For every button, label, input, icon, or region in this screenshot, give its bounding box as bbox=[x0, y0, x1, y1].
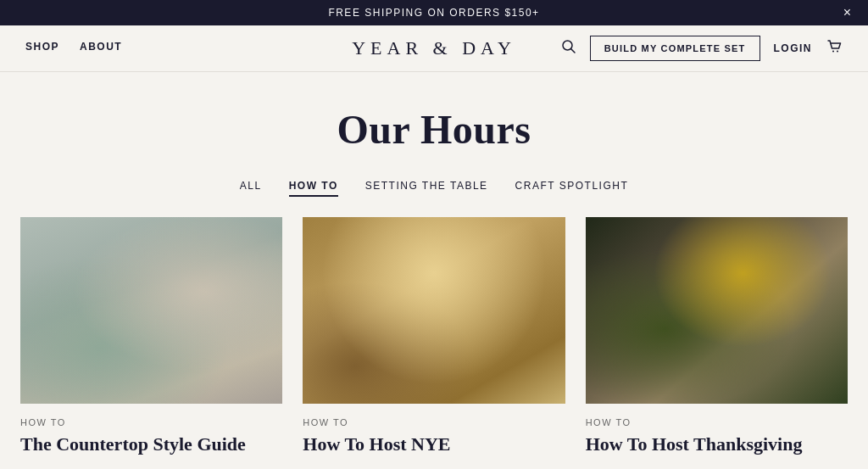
nav-shop-link[interactable]: SHOP bbox=[25, 41, 59, 56]
article-category: HOW TO bbox=[20, 417, 282, 427]
article-card: HOW TO How To Host Thanksgiving Thanksgi… bbox=[586, 217, 848, 469]
page-header: Our Hours bbox=[0, 72, 868, 170]
tab-craft-spotlight[interactable]: CRAFT SPOTLIGHT bbox=[515, 180, 629, 197]
tab-how-to[interactable]: HOW TO bbox=[289, 180, 338, 197]
svg-point-3 bbox=[837, 50, 838, 52]
article-category: HOW TO bbox=[303, 417, 565, 427]
article-category: HOW TO bbox=[586, 417, 848, 427]
search-icon[interactable] bbox=[561, 39, 576, 59]
tab-all[interactable]: ALL bbox=[240, 180, 262, 197]
tab-setting-the-table[interactable]: SETTING THE TABLE bbox=[365, 180, 488, 197]
announcement-bar: FREE SHIPPING ON ORDERS $150+ × bbox=[0, 0, 868, 25]
nav-logo-container: YEAR & DAY bbox=[352, 37, 516, 59]
filter-tabs: ALL HOW TO SETTING THE TABLE CRAFT SPOTL… bbox=[0, 170, 868, 217]
article-image bbox=[20, 217, 282, 404]
article-title: The Countertop Style Guide bbox=[20, 433, 282, 457]
nav-about-link[interactable]: AbouT bbox=[80, 41, 122, 56]
articles-grid: HOW TO The Countertop Style Guide We bel… bbox=[0, 217, 868, 469]
article-title: How To Host Thanksgiving bbox=[586, 433, 848, 457]
article-image bbox=[586, 217, 848, 404]
article-excerpt: We love that NYE is more party, less sit… bbox=[303, 466, 565, 469]
article-excerpt: Thanksgiving is all about the food. But … bbox=[586, 466, 848, 469]
svg-line-1 bbox=[570, 48, 575, 53]
announcement-text: FREE SHIPPING ON ORDERS $150+ bbox=[328, 7, 539, 19]
svg-point-2 bbox=[832, 50, 834, 52]
login-link[interactable]: LOGIN bbox=[774, 42, 813, 54]
site-logo[interactable]: YEAR & DAY bbox=[352, 37, 516, 59]
article-title: How To Host NYE bbox=[303, 433, 565, 457]
nav-right: BUILD MY COMPLETE SET LOGIN bbox=[561, 36, 843, 61]
page-title: Our Hours bbox=[17, 106, 851, 153]
article-image bbox=[303, 217, 565, 404]
cart-icon[interactable] bbox=[826, 38, 843, 59]
article-card: HOW TO How To Host NYE We love that NYE … bbox=[303, 217, 565, 469]
main-nav: SHOP AbouT YEAR & DAY BUILD MY COMPLETE … bbox=[0, 25, 868, 72]
announcement-close-button[interactable]: × bbox=[843, 5, 851, 20]
article-card: HOW TO The Countertop Style Guide We bel… bbox=[20, 217, 282, 469]
nav-left: SHOP AbouT bbox=[25, 41, 122, 56]
article-excerpt: We believe your countertop should always… bbox=[20, 466, 282, 469]
build-complete-set-button[interactable]: BUILD MY COMPLETE SET bbox=[590, 36, 760, 61]
